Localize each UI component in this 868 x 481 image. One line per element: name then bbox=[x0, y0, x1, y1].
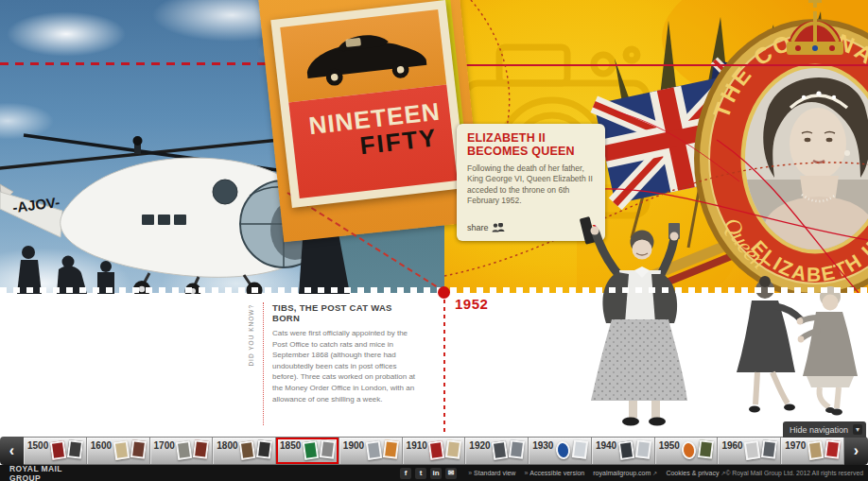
thumbnail bbox=[428, 440, 444, 460]
timeline-year-label: 1910 bbox=[407, 440, 427, 451]
thumbnail bbox=[635, 439, 651, 459]
celebration-people-cutout bbox=[563, 215, 868, 431]
timeline-year-label: 1920 bbox=[469, 440, 490, 451]
timeline-year-label: 1940 bbox=[596, 440, 616, 451]
royal-mail-timeline-app: -AJOV- bbox=[0, 0, 868, 481]
cookies-privacy-link[interactable]: Cookies & privacy↗ bbox=[666, 470, 725, 476]
royalmailgroup-link[interactable]: royalmailgroup.com↗ bbox=[593, 470, 657, 476]
timeline-segment-1850[interactable]: 1850 bbox=[276, 438, 339, 464]
thumbnail bbox=[50, 440, 66, 460]
standard-view-link[interactable]: »Standard view bbox=[468, 470, 515, 476]
red-dashed-line-left bbox=[0, 62, 286, 65]
thumbnail bbox=[365, 440, 381, 460]
timeline-year-label: 1500 bbox=[27, 440, 48, 451]
did-you-know-title: TIBS, THE POST CAT WAS BORN bbox=[272, 302, 422, 323]
thumbnail bbox=[572, 439, 588, 459]
did-you-know-body: Cats were first officially appointed by … bbox=[272, 328, 422, 404]
timeline-segment-1970[interactable]: 1970 bbox=[781, 438, 844, 464]
thumbnail bbox=[303, 440, 319, 460]
timeline-strip: 1500 1600 1700 1800 1850 bbox=[24, 437, 844, 465]
timeline-year-label: 1900 bbox=[343, 440, 364, 451]
thumbnail bbox=[681, 440, 697, 460]
facebook-icon[interactable]: f bbox=[400, 468, 411, 479]
thumbnail bbox=[492, 440, 508, 460]
share-button[interactable]: share bbox=[467, 223, 505, 232]
social-icons: f t in ✉ bbox=[400, 468, 457, 479]
timeline-segment-1960[interactable]: 1960 bbox=[718, 438, 781, 464]
timeline-segment-1910[interactable]: 1910 bbox=[403, 438, 466, 464]
thumbnail bbox=[130, 439, 146, 459]
timeline-segment-1920[interactable]: 1920 bbox=[465, 438, 529, 464]
thumbnail bbox=[113, 440, 129, 460]
timeline-year-label: 1850 bbox=[280, 440, 301, 451]
event-title-line2: BECOMES QUEEN bbox=[467, 145, 575, 158]
hide-navigation-toggle[interactable]: Hide navigation ▾ bbox=[783, 421, 866, 438]
timeline-year-label: 1960 bbox=[721, 440, 742, 451]
era-card-title: NINETEEN FIFTY bbox=[288, 85, 457, 198]
timeline-year-label: 1950 bbox=[659, 440, 680, 451]
footer-bar: ROYAL MAIL GROUP f t in ✉ »Standard view… bbox=[0, 465, 868, 481]
dancing-girls bbox=[737, 276, 858, 416]
timeline-prev-button[interactable]: ‹ bbox=[0, 437, 24, 465]
linkedin-icon[interactable]: in bbox=[430, 468, 442, 479]
chevron-down-icon: ▾ bbox=[853, 424, 862, 435]
thumbnail bbox=[256, 439, 272, 459]
accessible-version-link[interactable]: »Accessible version bbox=[524, 470, 584, 476]
thumbnail bbox=[698, 439, 714, 459]
marker-dashed-vertical-line bbox=[443, 300, 445, 436]
thumbnail bbox=[761, 439, 777, 459]
timeline-segment-1700[interactable]: 1700 bbox=[150, 438, 214, 464]
footer-links: »Standard view »Accessible version royal… bbox=[468, 470, 725, 476]
thumbnail bbox=[825, 439, 841, 459]
thumbnail bbox=[67, 439, 83, 459]
timeline-year-label: 1930 bbox=[532, 440, 553, 451]
share-label: share bbox=[467, 223, 489, 232]
event-title: ELIZABETH II BECOMES QUEEN bbox=[467, 132, 595, 158]
royal-mail-group-logo: ROYAL MAIL GROUP bbox=[9, 464, 80, 481]
external-link-icon: ↗ bbox=[652, 471, 657, 476]
timeline-year-label: 1600 bbox=[91, 440, 112, 451]
posthorn-icon[interactable]: ✉ bbox=[445, 468, 457, 479]
copyright-text: © Royal Mail Group Ltd. 2012 All rights … bbox=[725, 470, 863, 476]
thumbnail bbox=[176, 440, 192, 460]
timeline-navigation: ‹ 1500 1600 1700 1800 bbox=[0, 437, 868, 465]
thumbnail bbox=[320, 439, 336, 459]
event-title-line1: ELIZABETH II bbox=[467, 131, 546, 145]
people-icon bbox=[492, 223, 505, 232]
timeline-year-label: 1800 bbox=[217, 440, 237, 451]
timeline-year-label: 1970 bbox=[785, 440, 806, 451]
timeline-year-label: 1700 bbox=[154, 440, 175, 451]
timeline-segment-1900[interactable]: 1900 bbox=[339, 438, 403, 464]
event-body: Following the death of her father, King … bbox=[467, 163, 595, 207]
jump-icon: » bbox=[524, 470, 528, 476]
thumbnail bbox=[382, 439, 398, 459]
twitter-icon[interactable]: t bbox=[415, 468, 426, 479]
timeline-segment-1940[interactable]: 1940 bbox=[592, 438, 655, 464]
timeline-segment-1800[interactable]: 1800 bbox=[213, 438, 276, 464]
timeline-segment-1600[interactable]: 1600 bbox=[87, 438, 150, 464]
did-you-know-side-label: DID YOU KNOW? bbox=[248, 304, 254, 367]
did-you-know-panel: DID YOU KNOW? TIBS, THE POST CAT WAS BOR… bbox=[242, 302, 427, 427]
era-card-nineteen-fifty: NINETEEN FIFTY bbox=[270, 0, 466, 208]
thumbnail bbox=[509, 439, 525, 459]
timeline-segment-1500[interactable]: 1500 bbox=[24, 438, 87, 464]
jump-icon: » bbox=[468, 470, 472, 476]
thumbnail bbox=[555, 440, 571, 460]
thumbnail bbox=[193, 439, 209, 459]
thumbnail bbox=[239, 440, 255, 460]
timeline-marker-dot bbox=[438, 286, 450, 299]
timeline-segment-1930[interactable]: 1930 bbox=[529, 438, 592, 464]
thumbnail bbox=[445, 439, 461, 459]
year-marker-label: 1952 bbox=[455, 296, 488, 312]
vintage-car-icon bbox=[289, 17, 438, 95]
thumbnail bbox=[807, 440, 824, 460]
thumbnail bbox=[617, 440, 634, 460]
did-you-know-dotted-line bbox=[263, 302, 264, 425]
timeline-next-button[interactable]: › bbox=[844, 437, 868, 465]
thumbnail bbox=[744, 440, 760, 460]
perforation-edge bbox=[0, 287, 868, 293]
timeline-segment-1950[interactable]: 1950 bbox=[655, 438, 719, 464]
red-line bbox=[452, 64, 868, 66]
hide-navigation-label: Hide navigation bbox=[790, 425, 848, 435]
celebrating-woman bbox=[580, 216, 687, 426]
